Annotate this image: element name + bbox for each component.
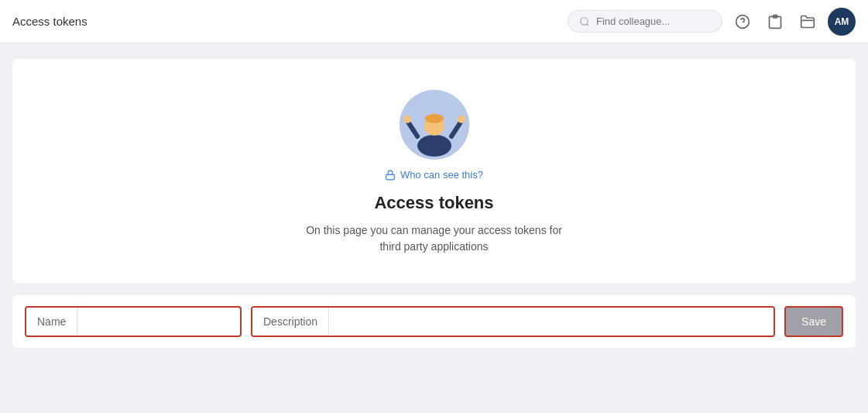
info-card: Who can see this? Access tokens On this … xyxy=(12,59,856,283)
svg-point-8 xyxy=(425,114,444,123)
description-label: Description xyxy=(252,308,329,336)
header-actions: AM xyxy=(568,8,856,36)
help-icon[interactable] xyxy=(730,9,755,34)
svg-point-0 xyxy=(581,17,588,24)
search-bar[interactable] xyxy=(568,10,722,33)
description-field-group: Description xyxy=(251,306,775,337)
svg-point-6 xyxy=(417,135,451,157)
svg-point-12 xyxy=(458,115,465,123)
description-input[interactable] xyxy=(329,308,774,336)
card-description: On this page you can manage your access … xyxy=(295,222,574,255)
svg-rect-13 xyxy=(386,174,395,179)
avatar[interactable]: AM xyxy=(828,8,856,36)
save-button[interactable]: Save xyxy=(784,306,843,337)
form-row: Name Description Save xyxy=(12,295,856,348)
header: Access tokens AM xyxy=(0,0,868,43)
search-input[interactable] xyxy=(596,15,705,27)
who-can-see[interactable]: Who can see this? xyxy=(385,169,483,181)
clipboard-icon[interactable] xyxy=(763,9,787,34)
folder-icon[interactable] xyxy=(795,9,820,34)
name-input[interactable] xyxy=(77,308,201,336)
page-title: Access tokens xyxy=(12,15,87,28)
illustration-avatar xyxy=(400,90,469,160)
name-label: Name xyxy=(26,308,77,336)
lock-icon xyxy=(385,170,396,181)
main-content: Who can see this? Access tokens On this … xyxy=(0,43,868,363)
who-can-see-label: Who can see this? xyxy=(400,169,483,181)
svg-line-1 xyxy=(587,23,589,26)
name-field-group: Name xyxy=(25,306,242,337)
search-icon xyxy=(579,16,590,27)
card-title: Access tokens xyxy=(374,193,493,213)
svg-point-11 xyxy=(403,115,411,123)
